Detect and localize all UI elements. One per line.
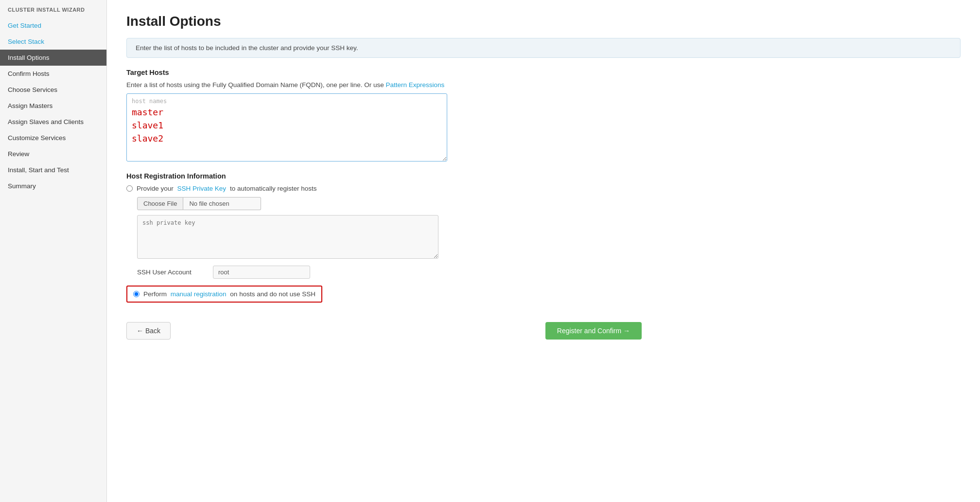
- sidebar-link-select-stack[interactable]: Select Stack: [0, 34, 106, 50]
- sidebar-link-get-started[interactable]: Get Started: [0, 18, 106, 34]
- sidebar-item-select-stack[interactable]: Select Stack: [0, 34, 106, 50]
- ssh-radio[interactable]: [126, 185, 133, 192]
- manual-prefix: Perform: [143, 290, 167, 298]
- manual-reg-radio[interactable]: [133, 291, 140, 297]
- sidebar-item-summary[interactable]: Summary: [0, 178, 106, 194]
- choose-file-button[interactable]: Choose File: [137, 197, 183, 210]
- ssh-label-suffix: to automatically register hosts: [230, 185, 317, 192]
- sidebar-item-get-started[interactable]: Get Started: [0, 18, 106, 34]
- sidebar-item-assign-slaves[interactable]: Assign Slaves and Clients: [0, 114, 106, 130]
- sidebar-item-install-start-test[interactable]: Install, Start and Test: [0, 162, 106, 178]
- info-banner: Enter the list of hosts to be included i…: [126, 38, 961, 58]
- description-text: Enter a list of hosts using the Fully Qu…: [126, 81, 384, 89]
- sidebar: CLUSTER INSTALL WIZARD Get Started Selec…: [0, 0, 107, 502]
- sidebar-link-choose-services[interactable]: Choose Services: [0, 82, 106, 98]
- sidebar-link-install-options[interactable]: Install Options: [0, 50, 106, 66]
- sidebar-link-summary[interactable]: Summary: [0, 178, 106, 194]
- textarea-placeholder: host names: [132, 98, 442, 105]
- ssh-radio-label: Provide your SSH Private Key to automati…: [137, 185, 316, 192]
- target-hosts-description: Enter a list of hosts using the Fully Qu…: [126, 81, 961, 89]
- action-row: ← Back Register and Confirm →: [126, 322, 642, 340]
- back-button[interactable]: ← Back: [126, 322, 171, 340]
- sidebar-item-choose-services[interactable]: Choose Services: [0, 82, 106, 98]
- sidebar-link-install-start-test[interactable]: Install, Start and Test: [0, 162, 106, 178]
- host-names-textarea[interactable]: host names master slave1 slave2: [126, 93, 447, 161]
- ssh-label-prefix: Provide your: [137, 185, 174, 192]
- manual-reg-label: Perform manual registration on hosts and…: [143, 290, 315, 298]
- target-hosts-section: Target Hosts Enter a list of hosts using…: [126, 69, 961, 161]
- file-chooser-row: Choose File No file chosen: [137, 197, 961, 210]
- manual-reg-link[interactable]: manual registration: [171, 290, 227, 298]
- hostname-master: master: [132, 106, 442, 119]
- ssh-user-label: SSH User Account: [137, 269, 205, 276]
- pattern-expressions-link[interactable]: Pattern Expressions: [385, 81, 444, 89]
- ssh-user-row: SSH User Account: [137, 266, 961, 279]
- sidebar-item-customize-services[interactable]: Customize Services: [0, 130, 106, 146]
- target-hosts-title: Target Hosts: [126, 69, 961, 76]
- sidebar-link-assign-slaves[interactable]: Assign Slaves and Clients: [0, 114, 106, 130]
- host-registration-section: Host Registration Information Provide yo…: [126, 172, 961, 313]
- ssh-radio-row: Provide your SSH Private Key to automati…: [126, 185, 961, 192]
- page-title: Install Options: [126, 14, 961, 29]
- sidebar-item-assign-masters[interactable]: Assign Masters: [0, 98, 106, 114]
- ssh-private-key-link[interactable]: SSH Private Key: [177, 185, 227, 192]
- ssh-user-input[interactable]: [213, 266, 310, 279]
- hostname-slave1: slave1: [132, 119, 442, 132]
- host-registration-title: Host Registration Information: [126, 172, 961, 180]
- register-confirm-button[interactable]: Register and Confirm →: [545, 322, 642, 340]
- ssh-key-textarea[interactable]: [137, 215, 438, 259]
- sidebar-item-confirm-hosts[interactable]: Confirm Hosts: [0, 66, 106, 82]
- sidebar-link-customize-services[interactable]: Customize Services: [0, 130, 106, 146]
- sidebar-item-review[interactable]: Review: [0, 146, 106, 162]
- hostname-slave2: slave2: [132, 132, 442, 145]
- no-file-label: No file chosen: [183, 197, 261, 210]
- main-content: Install Options Enter the list of hosts …: [107, 0, 980, 502]
- manual-reg-box: Perform manual registration on hosts and…: [126, 286, 322, 303]
- sidebar-nav: Get Started Select Stack Install Options…: [0, 18, 106, 502]
- host-names-container: host names master slave1 slave2: [126, 93, 447, 161]
- sidebar-title: CLUSTER INSTALL WIZARD: [0, 0, 106, 18]
- sidebar-link-assign-masters[interactable]: Assign Masters: [0, 98, 106, 114]
- manual-suffix: on hosts and do not use SSH: [230, 290, 315, 298]
- sidebar-link-review[interactable]: Review: [0, 146, 106, 162]
- sidebar-item-install-options[interactable]: Install Options: [0, 50, 106, 66]
- sidebar-link-confirm-hosts[interactable]: Confirm Hosts: [0, 66, 106, 82]
